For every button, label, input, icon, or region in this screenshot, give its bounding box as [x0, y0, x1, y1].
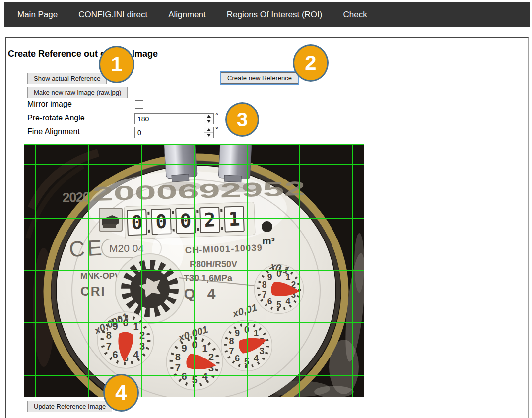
svg-text:0: 0: [180, 210, 192, 232]
prerotate-angle-value[interactable]: 180: [135, 114, 204, 124]
up-arrow-icon: [207, 128, 211, 131]
prerotate-angle-label: Pre-rotate Angle: [27, 114, 85, 122]
fine-alignment-spinner: [204, 127, 213, 138]
fine-degree-unit: °: [215, 125, 218, 133]
annotation-circle-4: 4: [103, 374, 139, 412]
svg-text:1: 1: [228, 208, 240, 230]
nav-item-config-ini[interactable]: CONFIG.INI direct: [78, 10, 147, 20]
counter-dot: [262, 221, 272, 232]
prerotate-degree-unit: °: [215, 111, 218, 119]
prerotate-angle-input[interactable]: 180: [134, 113, 214, 124]
prerotate-spin-up-button[interactable]: [204, 114, 213, 119]
fine-alignment-label: Fine Alignment: [27, 127, 80, 136]
counter-unit: m³: [262, 235, 275, 246]
prerotate-spinner: [204, 114, 213, 124]
fine-spin-up-button[interactable]: [204, 127, 213, 132]
annotation-circle-1: 1: [99, 46, 134, 83]
metal-clip-left: [164, 144, 198, 182]
page: Main Page CONFIG.INI direct Alignment Re…: [0, 0, 532, 418]
svg-text:2: 2: [204, 209, 216, 231]
fine-alignment-value[interactable]: 0: [135, 127, 204, 138]
make-new-raw-image-button[interactable]: Make new raw image (raw.jpg): [27, 87, 128, 98]
meter-counter: 0 0 0 2 1: [124, 202, 255, 239]
nav-item-main-page[interactable]: Main Page: [17, 10, 58, 20]
ce-mark: CE: [68, 235, 105, 261]
temp-pressure: T30 1,6MPa: [184, 273, 233, 283]
nav-item-alignment[interactable]: Alignment: [168, 10, 206, 20]
reference-image: 0 1 2 3 4 5 6 7 8 9: [24, 144, 364, 397]
flow-label: Q 4: [184, 285, 219, 301]
fine-spin-down-button[interactable]: [204, 132, 213, 138]
mirror-image-checkbox[interactable]: [135, 100, 143, 109]
up-arrow-icon: [207, 115, 211, 118]
top-nav: Main Page CONFIG.INI direct Alignment Re…: [4, 2, 530, 27]
brand-cri: CRI: [80, 284, 106, 299]
approval-mark: M20 04: [109, 242, 144, 254]
create-new-reference-button[interactable]: Create new Reference: [221, 72, 298, 84]
nav-item-check[interactable]: Check: [343, 10, 367, 20]
svg-text:2020: 2020: [62, 189, 90, 205]
brand-mnk-opv: MNK-OPV: [80, 271, 121, 281]
mirror-image-label: Mirror image: [27, 100, 72, 109]
fine-alignment-input[interactable]: 0: [134, 127, 214, 138]
annotation-circle-2: 2: [293, 44, 329, 82]
nav-item-roi[interactable]: Regions Of Interest (ROI): [227, 10, 323, 20]
page-title: Create Reference out of Raw Image: [8, 49, 158, 59]
annotation-circle-3: 3: [225, 102, 259, 137]
down-arrow-icon: [207, 134, 211, 137]
prerotate-spin-down-button[interactable]: [204, 119, 213, 124]
show-actual-reference-button[interactable]: Show actual Reference: [27, 73, 107, 84]
down-arrow-icon: [207, 120, 211, 123]
update-reference-image-button[interactable]: Update Reference Image: [27, 401, 112, 412]
ratio-code: R80H/R50V: [190, 259, 237, 269]
tap-icon: [99, 208, 122, 231]
